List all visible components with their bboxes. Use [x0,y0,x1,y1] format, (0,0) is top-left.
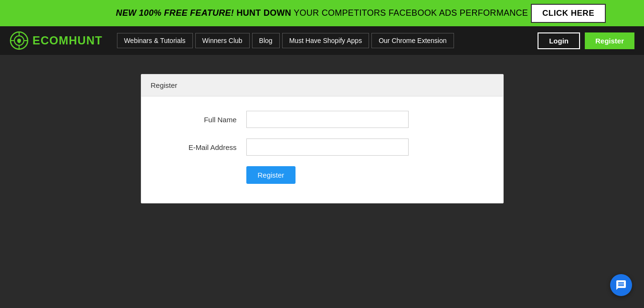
logo[interactable]: $ ECOMHUNT [10,31,103,50]
navbar: $ ECOMHUNT Webinars & Tutorials Winners … [0,26,644,55]
register-nav-button[interactable]: Register [585,32,634,49]
card-title: Register [151,81,178,89]
chat-widget-button[interactable] [610,274,632,296]
nav-blog[interactable]: Blog [252,33,280,48]
banner-text: NEW 100% FREE FEATURE! HUNT DOWN YOUR CO… [116,8,528,18]
banner-italic: NEW 100% FREE FEATURE! [116,8,234,18]
svg-text:$: $ [18,38,21,44]
form-actions: Register [160,166,484,184]
card-body: Full Name E-Mail Address Register [141,96,503,203]
submit-register-button[interactable]: Register [246,166,296,184]
logo-hunt: HUNT [69,34,103,47]
email-input[interactable] [246,138,409,156]
fullname-input[interactable] [246,111,409,128]
register-card: Register Full Name E-Mail Address Regist… [141,74,504,203]
email-group: E-Mail Address [160,138,484,156]
banner-cta-button[interactable]: CLICK HERE [531,4,606,23]
nav-webinars[interactable]: Webinars & Tutorials [117,33,193,48]
login-button[interactable]: Login [538,32,580,49]
banner-rest: YOUR COMPETITORS FACEBOOK ADS PERFORMANC… [294,8,528,18]
nav-shopify[interactable]: Must Have Shopify Apps [282,33,370,48]
card-header: Register [141,74,503,96]
logo-text: ECOMHUNT [32,34,103,47]
chat-icon [615,279,627,291]
nav-winners-club[interactable]: Winners Club [195,33,250,48]
fullname-group: Full Name [160,111,484,128]
logo-ecom: ECOM [32,34,69,47]
logo-icon: $ [10,31,29,50]
nav-chrome-extension[interactable]: Our Chrome Extension [371,33,454,48]
fullname-label: Full Name [160,116,237,124]
nav-auth: Login Register [538,32,634,49]
nav-links: Webinars & Tutorials Winners Club Blog M… [117,33,538,48]
banner-bold: HUNT DOWN [236,8,291,18]
main-content: Register Full Name E-Mail Address Regist… [0,55,644,223]
email-label: E-Mail Address [160,143,237,151]
promo-banner: NEW 100% FREE FEATURE! HUNT DOWN YOUR CO… [0,0,644,26]
